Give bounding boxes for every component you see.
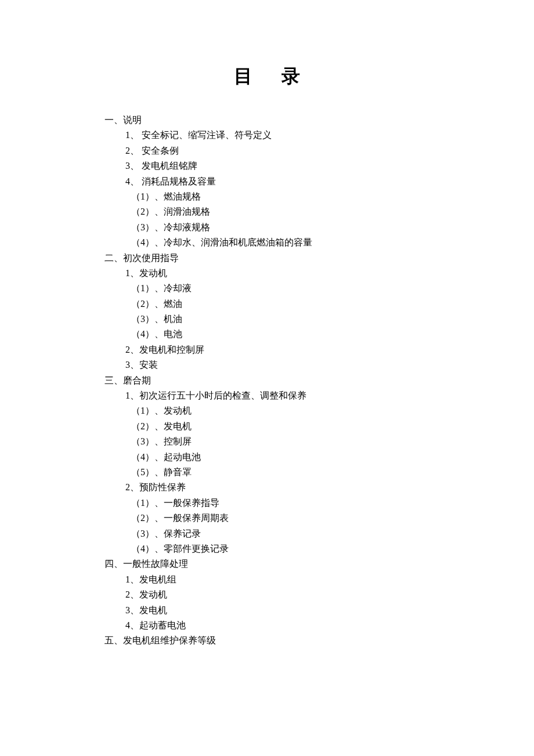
toc-subitem: （1）、一般保养指导 <box>131 495 430 511</box>
toc-subitem: （5）、静音罩 <box>131 465 430 480</box>
toc-subitem: （3）、机油 <box>131 312 430 327</box>
toc-subitem: （4）、冷却水、润滑油和机底燃油箱的容量 <box>131 235 430 250</box>
toc-item: 4、起动蓄电池 <box>125 618 430 633</box>
toc-subitem: （2）、一般保养周期表 <box>131 511 430 526</box>
toc-subitem: （2）、润滑油规格 <box>131 204 430 219</box>
toc-subitem: （4）、电池 <box>131 327 430 342</box>
toc-subitem: （4）、起动电池 <box>131 450 430 465</box>
toc-section-heading: 五、发电机组维护保养等级 <box>104 633 430 648</box>
toc-item: 3、发电机 <box>125 603 430 618</box>
toc-item: 2、 安全条例 <box>125 143 430 158</box>
toc-subitem: （3）、冷却液规格 <box>131 220 430 235</box>
toc-item: 1、初次运行五十小时后的检查、调整和保养 <box>125 388 430 403</box>
table-of-contents: 一、说明 1、 安全标记、缩写注译、符号定义 2、 安全条例 3、 发电机组铭牌… <box>104 113 430 649</box>
toc-subitem: （2）、燃油 <box>131 296 430 312</box>
toc-item: 1、发电机组 <box>125 572 430 587</box>
toc-section-heading: 四、一般性故障处理 <box>104 556 430 571</box>
toc-item: 3、 发电机组铭牌 <box>125 158 430 173</box>
toc-subitem: （1）、燃油规格 <box>131 189 430 204</box>
toc-item: 2、预防性保养 <box>125 480 430 495</box>
toc-section-heading: 一、说明 <box>104 113 430 128</box>
toc-item: 4、 消耗品规格及容量 <box>125 174 430 189</box>
toc-section-heading: 二、初次使用指导 <box>104 251 430 266</box>
toc-item: 3、安装 <box>125 357 430 372</box>
toc-subitem: （3）、保养记录 <box>131 526 430 541</box>
document-title: 目录 <box>104 64 430 89</box>
toc-item: 1、 安全标记、缩写注译、符号定义 <box>125 128 430 143</box>
toc-subitem: （4）、零部件更换记录 <box>131 541 430 556</box>
toc-item: 2、发电机和控制屏 <box>125 342 430 357</box>
toc-subitem: （2）、发电机 <box>131 419 430 434</box>
toc-subitem: （1）、冷却液 <box>131 281 430 296</box>
toc-subitem: （3）、控制屏 <box>131 434 430 449</box>
toc-item: 1、发动机 <box>125 266 430 281</box>
toc-subitem: （1）、发动机 <box>131 403 430 418</box>
toc-item: 2、发动机 <box>125 587 430 602</box>
toc-section-heading: 三、磨合期 <box>104 373 430 388</box>
